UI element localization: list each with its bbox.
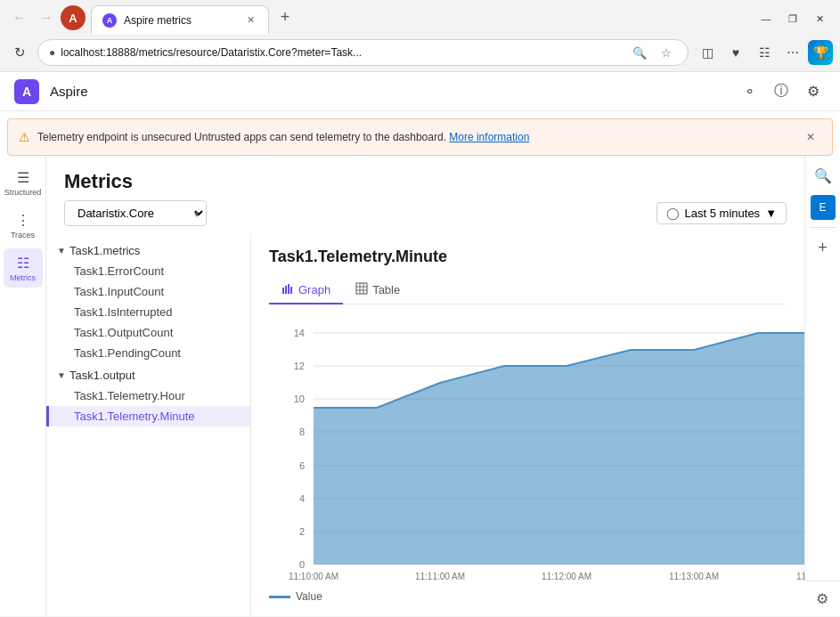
tab-close-button[interactable]: ✕: [243, 13, 257, 28]
sidebar-item-structured[interactable]: ☰ Structured: [4, 163, 43, 202]
window-restore-button[interactable]: ❐: [779, 9, 806, 28]
tree-group-label-1: Task1.output: [69, 369, 135, 382]
notification-close-button[interactable]: ✕: [800, 126, 821, 148]
traces-label: Traces: [11, 231, 35, 239]
svg-marker-30: [314, 333, 804, 564]
favorites-button[interactable]: ♥: [722, 40, 749, 65]
settings-bar[interactable]: ⚙: [804, 580, 840, 616]
window-close-button[interactable]: ✕: [806, 9, 833, 28]
nav-sidebar: ☰ Structured ⋮ Traces ☷ Metrics: [0, 156, 46, 616]
settings-icon: ⚙: [816, 590, 828, 607]
chart-panel: Task1.Telemetry.Minute: [251, 233, 804, 616]
svg-rect-1: [285, 286, 287, 294]
tab-graph[interactable]: Graph: [269, 277, 343, 304]
traces-icon: ⋮: [16, 212, 30, 229]
svg-text:11:13:00 AM: 11:13:00 AM: [669, 572, 719, 581]
svg-rect-3: [290, 287, 292, 294]
address-lock-icon: ●: [49, 46, 55, 59]
resource-select[interactable]: Dataristix.Core: [64, 200, 207, 226]
svg-text:4: 4: [299, 493, 305, 504]
legend-color-swatch: [269, 596, 290, 598]
structured-icon: ☰: [17, 169, 29, 186]
svg-text:11:12:00 AM: 11:12:00 AM: [542, 572, 591, 581]
tree-item-interrupted[interactable]: Task1.IsInterrupted: [46, 302, 250, 322]
help-icon[interactable]: ⓘ: [769, 79, 794, 104]
tab-favicon: A: [102, 13, 117, 28]
settings-header-icon[interactable]: ⚙: [801, 79, 826, 104]
time-filter-chevron: ▼: [765, 207, 777, 220]
notification-link[interactable]: More information: [449, 131, 529, 143]
add-right-button[interactable]: +: [811, 235, 836, 260]
collections-button[interactable]: ☷: [751, 40, 778, 65]
tree-item-minute[interactable]: Task1.Telemetry.Minute: [46, 406, 250, 426]
app-header: A Aspire ⚬ ⓘ ⚙: [0, 72, 840, 111]
resource-select-wrapper: Dataristix.Core: [64, 200, 207, 226]
main-content: ☰ Structured ⋮ Traces ☷ Metrics Metrics …: [0, 156, 840, 616]
svg-rect-2: [288, 284, 290, 294]
forward-button[interactable]: →: [34, 5, 59, 30]
svg-text:11:11:00 AM: 11:11:00 AM: [415, 572, 465, 581]
tree-group-header-0[interactable]: ▼ Task1.metrics: [46, 240, 250, 261]
edge-right-icon[interactable]: E: [811, 195, 836, 220]
browser-chrome: ← → A A Aspire metrics ✕ + — ❐ ✕ ↻ ● loc…: [0, 0, 840, 72]
tree-item-output[interactable]: Task1.OutputCount: [46, 322, 250, 343]
svg-text:12: 12: [294, 361, 305, 371]
time-filter-icon: ◯: [666, 207, 680, 220]
svg-text:2: 2: [299, 526, 305, 537]
tree-item-hour[interactable]: Task1.Telemetry.Hour: [46, 386, 250, 406]
svg-text:0: 0: [299, 559, 305, 570]
reload-button[interactable]: ↻: [7, 40, 32, 65]
active-tab[interactable]: A Aspire metrics ✕: [91, 5, 269, 34]
split-view-button[interactable]: ◫: [694, 40, 721, 65]
tree-chevron-0: ▼: [57, 246, 66, 256]
chart-area: 0 2 4 6 8 10 12 14 11:10:00 AM: [269, 315, 787, 585]
tree-chevron-1: ▼: [57, 370, 66, 380]
profile-icon[interactable]: A: [61, 5, 86, 30]
address-text: localhost:18888/metrics/resource/Dataris…: [61, 46, 624, 59]
address-bar[interactable]: ● localhost:18888/metrics/resource/Datar…: [37, 39, 689, 66]
star-icon[interactable]: ☆: [656, 42, 677, 63]
browser-more-button[interactable]: ⋯: [779, 40, 806, 65]
search-icon[interactable]: 🔍: [629, 42, 650, 63]
address-bar-row: ↻ ● localhost:18888/metrics/resource/Dat…: [0, 34, 840, 71]
svg-text:6: 6: [299, 460, 305, 471]
chart-tabs: Graph: [269, 277, 787, 304]
app-logo: A: [14, 79, 39, 104]
svg-text:10: 10: [294, 394, 305, 404]
table-tab-label: Table: [372, 283, 400, 296]
svg-text:8: 8: [299, 426, 305, 437]
tree-group-header-1[interactable]: ▼ Task1.output: [46, 365, 250, 386]
search-right-button[interactable]: 🔍: [811, 163, 836, 188]
page-title: Metrics: [46, 156, 804, 200]
back-button[interactable]: ←: [7, 5, 32, 30]
github-icon[interactable]: ⚬: [737, 79, 762, 104]
table-tab-icon: [355, 282, 368, 297]
edge-copilot-button[interactable]: 🏆: [808, 40, 833, 65]
tree-group-1: ▼ Task1.output Task1.Telemetry.Hour Task…: [46, 365, 250, 426]
tree-group-label-0: Task1.metrics: [69, 244, 140, 257]
tree-item-pending[interactable]: Task1.PendingCount: [46, 343, 250, 363]
time-filter[interactable]: ◯ Last 5 minutes ▼: [657, 202, 787, 224]
notification-text: Telemetry endpoint is unsecured Untruste…: [37, 131, 793, 143]
tree-panel: ▼ Task1.metrics Task1.ErrorCount Task1.I…: [46, 233, 251, 616]
tree-group-0: ▼ Task1.metrics Task1.ErrorCount Task1.I…: [46, 240, 250, 363]
structured-label: Structured: [4, 188, 42, 197]
notification-banner: ⚠ Telemetry endpoint is unsecured Untrus…: [7, 118, 833, 156]
chart-title: Task1.Telemetry.Minute: [269, 248, 787, 266]
svg-text:11:10:00 AM: 11:10:00 AM: [289, 572, 338, 581]
sidebar-item-traces[interactable]: ⋮ Traces: [4, 206, 43, 245]
tree-item-error[interactable]: Task1.ErrorCount: [46, 261, 250, 281]
right-divider: [811, 227, 836, 228]
window-minimize-button[interactable]: —: [753, 9, 779, 28]
sidebar-item-metrics[interactable]: ☷ Metrics: [4, 248, 43, 288]
app-container: A Aspire ⚬ ⓘ ⚙ ⚠ Telemetry endpoint is u…: [0, 72, 840, 616]
tab-title: Aspire metrics: [124, 14, 236, 27]
tree-item-input[interactable]: Task1.InputCount: [46, 281, 250, 302]
header-icons: ⚬ ⓘ ⚙: [737, 79, 826, 104]
tab-table[interactable]: Table: [343, 277, 412, 304]
toolbar-row: Dataristix.Core ◯ Last 5 minutes ▼: [46, 200, 804, 233]
chart-legend: Value: [269, 590, 787, 603]
graph-tab-label: Graph: [298, 283, 330, 296]
svg-text:11:14:00 AM: 11:14:00 AM: [796, 572, 804, 581]
new-tab-button[interactable]: +: [273, 4, 298, 29]
